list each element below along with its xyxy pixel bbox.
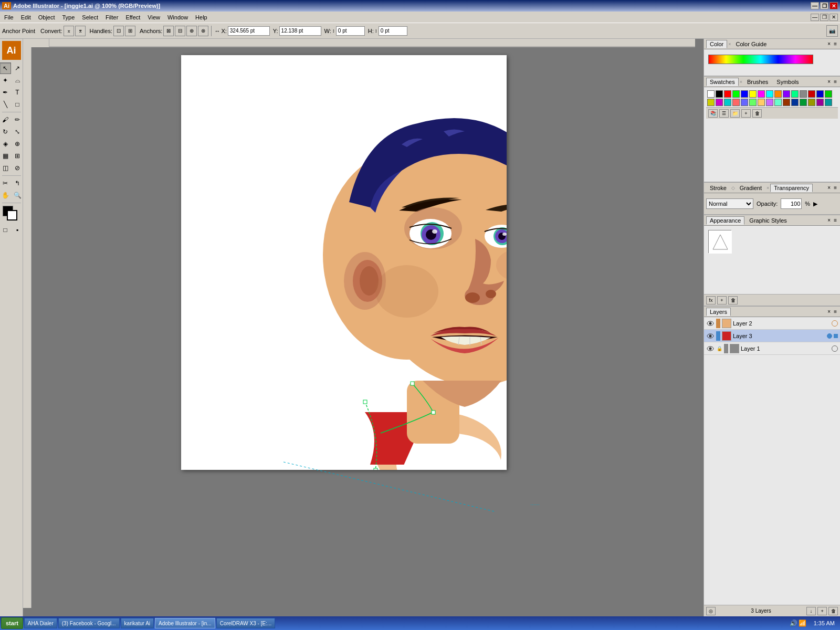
- swatch-item[interactable]: [774, 90, 782, 98]
- mesh-tool[interactable]: ⊞: [12, 150, 23, 162]
- new-color-group-btn[interactable]: 📁: [730, 109, 740, 118]
- swatch-item[interactable]: [716, 99, 723, 106]
- start-button[interactable]: start: [1, 617, 23, 629]
- lasso-tool[interactable]: ⌓: [12, 75, 23, 86]
- handles-btn1[interactable]: ⊡: [113, 26, 124, 36]
- full-screen-btn[interactable]: ▪: [12, 224, 23, 236]
- eyedropper-tool[interactable]: ⊘: [12, 162, 23, 174]
- swatch-item[interactable]: [783, 90, 790, 98]
- rotate-view-tool[interactable]: ↰: [12, 177, 23, 189]
- locate-object-btn[interactable]: ◎: [706, 607, 716, 615]
- color-gradient-bar[interactable]: [708, 55, 813, 64]
- zoom-tool[interactable]: 🔍: [12, 190, 23, 201]
- stroke-swatch[interactable]: [7, 210, 17, 220]
- swatch-item[interactable]: [749, 99, 757, 106]
- anchors-btn1[interactable]: ⊠: [163, 26, 174, 36]
- swatch-item[interactable]: [749, 90, 757, 98]
- gradient-tool[interactable]: ◫: [0, 162, 11, 174]
- y-input[interactable]: [279, 26, 321, 36]
- transparency-panel-close[interactable]: ×: [826, 185, 832, 191]
- anchors-btn2[interactable]: ⊟: [175, 26, 185, 36]
- inner-restore-btn[interactable]: ❐: [820, 14, 828, 21]
- minimize-button[interactable]: —: [811, 2, 819, 9]
- blend-mode-select[interactable]: Normal Multiply Screen Overlay: [706, 198, 753, 209]
- swatch-item[interactable]: [791, 99, 799, 106]
- pencil-tool[interactable]: ✏: [12, 114, 23, 125]
- scissors-tool[interactable]: ✂: [0, 177, 11, 189]
- new-layer-btn[interactable]: +: [817, 607, 827, 615]
- transparency-panel-menu[interactable]: ≡: [833, 185, 838, 191]
- swatch-item[interactable]: [816, 90, 824, 98]
- menu-filter[interactable]: Filter: [102, 13, 121, 22]
- swatch-item[interactable]: [791, 90, 799, 98]
- appearance-panel-close[interactable]: ×: [826, 217, 832, 223]
- swatch-item[interactable]: [816, 99, 824, 106]
- swatch-item[interactable]: [825, 90, 832, 98]
- color-panel-close[interactable]: ×: [826, 41, 832, 47]
- delete-layer-btn[interactable]: 🗑: [828, 607, 838, 615]
- color-panel-menu[interactable]: ≡: [833, 41, 838, 47]
- restore-button[interactable]: ❐: [820, 2, 828, 9]
- opacity-increase-btn[interactable]: ▶: [813, 201, 817, 207]
- menu-window[interactable]: Window: [164, 13, 191, 22]
- swatch-item[interactable]: [732, 90, 740, 98]
- make-sublayer-btn[interactable]: ↓: [806, 607, 816, 615]
- layer-row-1[interactable]: 🔒 Layer 1: [704, 342, 840, 355]
- layer-row-2[interactable]: Layer 2: [704, 317, 840, 330]
- line-tool[interactable]: ╲: [0, 99, 11, 110]
- tab-layers[interactable]: Layers: [706, 308, 731, 316]
- menu-file[interactable]: File: [1, 13, 17, 22]
- swatch-item[interactable]: [724, 99, 731, 106]
- taskbar-aha[interactable]: AHA Dialer: [24, 618, 57, 628]
- column-chart-tool[interactable]: ▦: [0, 150, 11, 162]
- delete-appearance-btn[interactable]: 🗑: [728, 296, 738, 304]
- layer-1-target[interactable]: [832, 345, 838, 352]
- swatch-item[interactable]: [766, 90, 773, 98]
- new-appearance-btn[interactable]: +: [717, 296, 727, 304]
- swatch-item[interactable]: [758, 90, 765, 98]
- menu-select[interactable]: Select: [79, 13, 101, 22]
- taskbar-karikatur[interactable]: karikatur Ai: [121, 618, 154, 628]
- swatches-panel-close[interactable]: ×: [826, 79, 832, 85]
- tab-stroke[interactable]: Stroke: [706, 184, 730, 192]
- inner-close-btn[interactable]: ✕: [830, 14, 838, 21]
- taskbar-illustrator[interactable]: Adobe Illustrator - [in...: [155, 618, 215, 628]
- swatch-item[interactable]: [766, 99, 773, 106]
- layers-panel-close[interactable]: ×: [826, 309, 832, 314]
- tab-symbols[interactable]: Symbols: [773, 78, 802, 86]
- show-swatch-kinds-btn[interactable]: ☰: [719, 109, 729, 118]
- anchors-btn4[interactable]: ⊗: [198, 26, 208, 36]
- menu-type[interactable]: Type: [59, 13, 78, 22]
- layers-panel-menu[interactable]: ≡: [833, 309, 838, 314]
- canvas-scroll[interactable]: ⋯⋯: [32, 47, 704, 616]
- select-tool[interactable]: ↖: [0, 62, 11, 74]
- taskbar-coreldraw[interactable]: CorelDRAW X3 - [E:...: [216, 618, 276, 628]
- taskbar-facebook[interactable]: (3) Facebook - Googl...: [58, 618, 120, 628]
- add-effect-btn[interactable]: fx: [706, 296, 716, 304]
- type-tool[interactable]: T: [12, 87, 23, 98]
- swatches-panel-menu[interactable]: ≡: [833, 79, 838, 85]
- swatch-item[interactable]: [741, 99, 748, 106]
- close-button[interactable]: ✕: [830, 2, 838, 9]
- swatch-item[interactable]: [800, 90, 807, 98]
- swatch-item[interactable]: [707, 90, 715, 98]
- swatch-item[interactable]: [758, 99, 765, 106]
- rect-tool[interactable]: □: [12, 99, 23, 110]
- swatch-item[interactable]: [808, 90, 815, 98]
- anchors-btn3[interactable]: ⊕: [186, 26, 197, 36]
- direct-select-tool[interactable]: ↗: [12, 62, 23, 74]
- tab-color[interactable]: Color: [706, 40, 727, 48]
- menu-help[interactable]: Help: [192, 13, 211, 22]
- camera-btn[interactable]: 📷: [826, 25, 838, 37]
- swatch-item[interactable]: [724, 90, 731, 98]
- tab-graphic-styles[interactable]: Graphic Styles: [746, 216, 791, 225]
- layer-1-lock-icon[interactable]: 🔒: [716, 344, 722, 353]
- layer-row-3[interactable]: Layer 3: [704, 330, 840, 342]
- pan-tool[interactable]: ✋: [0, 190, 11, 201]
- x-input[interactable]: [228, 26, 270, 36]
- layer-1-visibility[interactable]: [706, 344, 715, 353]
- scale-tool[interactable]: ⤡: [12, 126, 23, 138]
- inner-minimize-btn[interactable]: —: [811, 14, 819, 21]
- swatch-item[interactable]: [800, 99, 807, 106]
- layer-3-target[interactable]: [827, 333, 832, 339]
